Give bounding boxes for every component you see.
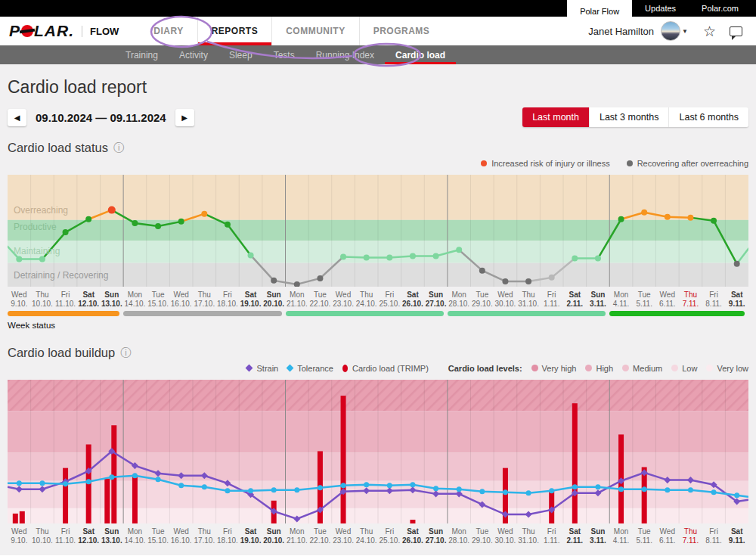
day-dow: Wed	[332, 527, 355, 536]
day-dow: Sun	[101, 527, 124, 536]
day-label: Sat9.11.	[725, 527, 748, 545]
buildup-legend-item: Tolerance	[287, 364, 333, 373]
legend-label: Medium	[633, 364, 662, 373]
subnav-item-tests[interactable]: Tests	[263, 45, 305, 64]
day-date: 26.10.	[401, 536, 425, 545]
day-date: 17.10.	[193, 536, 216, 545]
nav-item-programs[interactable]: PROGRAMS	[359, 17, 444, 45]
status-legend-item: Increased risk of injury or illness	[481, 159, 610, 168]
next-period-button[interactable]: ▶	[175, 109, 194, 126]
day-date: 30.10.	[494, 300, 517, 309]
day-label: Sat9.11.	[725, 290, 748, 308]
topbar-tab-polar-flow[interactable]: Polar Flow	[567, 0, 632, 23]
avatar[interactable]	[661, 21, 680, 41]
nav-item-diary[interactable]: DIARY	[140, 17, 197, 45]
subnav-item-running-index[interactable]: Running Index	[305, 45, 385, 64]
day-label: Thu10.10.	[31, 527, 54, 545]
subnav-item-cardio-load[interactable]: Cardio load	[385, 45, 456, 64]
subnav-item-training[interactable]: Training	[115, 45, 169, 64]
day-dow: Fri	[54, 290, 77, 300]
day-label: Mon14.10.	[123, 527, 147, 545]
day-dow: Fri	[378, 527, 401, 536]
day-date: 5.11.	[633, 300, 656, 309]
topbar-tabs: Polar FlowUpdatesPolar.com	[567, 0, 751, 17]
buildup-legend-item: Strain	[246, 364, 278, 373]
day-label: Mon4.11.	[609, 527, 633, 545]
day-date: 25.10.	[378, 300, 401, 309]
day-date: 9.10.	[8, 300, 31, 309]
day-dow: Fri	[702, 527, 726, 536]
legend-label: Very high	[542, 364, 577, 373]
day-dow: Mon	[123, 290, 147, 300]
day-label: Sat2.11.	[563, 290, 587, 308]
day-date: 21.10.	[286, 536, 309, 545]
buildup-x-axis: Wed9.10.Thu10.10.Fri11.10.Sat12.10.Sun13…	[8, 527, 748, 545]
day-date: 7.11.	[679, 536, 702, 545]
day-date: 11.10.	[54, 536, 77, 545]
day-label: Fri1.11.	[540, 527, 563, 545]
day-label: Tue29.10.	[471, 527, 494, 545]
day-label: Sun3.11.	[587, 527, 610, 545]
day-date: 28.10.	[448, 300, 471, 309]
favorites-star-icon[interactable]: ☆	[703, 23, 716, 40]
info-icon[interactable]: ⓘ	[113, 141, 124, 155]
day-label: Wed16.10.	[169, 290, 193, 308]
oval-marker-icon	[342, 365, 348, 372]
day-label: Fri18.10.	[216, 527, 240, 545]
status-legend: Increased risk of injury or illnessRecov…	[8, 157, 748, 169]
chevron-down-icon[interactable]: ▼	[682, 28, 688, 35]
day-date: 29.10.	[471, 300, 494, 309]
day-dow: Wed	[656, 527, 680, 536]
day-label: Sun27.10.	[424, 290, 448, 308]
info-icon[interactable]: ⓘ	[120, 346, 131, 360]
day-label: Mon21.10.	[286, 527, 309, 545]
polar-logo[interactable]: P LAR. FLOW	[9, 22, 119, 40]
day-dow: Thu	[193, 290, 216, 300]
messages-icon[interactable]	[730, 26, 742, 36]
topbar-tab-polar-com[interactable]: Polar.com	[689, 0, 751, 17]
legend-label: Strain	[256, 364, 278, 373]
day-date: 31.10.	[517, 536, 541, 545]
day-date: 16.10.	[169, 300, 193, 309]
day-dow: Thu	[517, 527, 541, 536]
day-label: Thu31.10.	[517, 290, 541, 308]
day-label: Thu10.10.	[31, 290, 54, 308]
day-dow: Wed	[656, 290, 680, 300]
week-status-segment	[8, 311, 119, 316]
day-dow: Sun	[587, 290, 610, 300]
day-dow: Sat	[563, 290, 587, 300]
day-dow: Mon	[123, 527, 147, 536]
day-date: 18.10.	[216, 536, 240, 545]
day-date: 26.10.	[401, 300, 425, 309]
day-dow: Sun	[424, 527, 448, 536]
range-button-last-month[interactable]: Last month	[522, 107, 590, 127]
day-dow: Tue	[471, 290, 494, 300]
level-dot-icon	[531, 365, 538, 371]
cardio-load-status-chart[interactable]: OverreachingProductiveMaintainingDetrain…	[8, 175, 748, 287]
day-date: 2.11.	[563, 536, 587, 545]
topbar-tab-updates[interactable]: Updates	[632, 0, 689, 17]
day-label: Sun27.10.	[424, 527, 448, 545]
cardio-load-buildup-chart[interactable]	[8, 380, 748, 523]
user-name[interactable]: Janet Hamilton	[588, 26, 654, 37]
nav-item-reports[interactable]: REPORTS	[197, 17, 272, 45]
subnav-item-sleep[interactable]: Sleep	[218, 45, 263, 64]
week-status-segment	[123, 311, 281, 316]
day-dow: Fri	[540, 527, 563, 536]
day-dow: Mon	[448, 527, 471, 536]
subnav-item-activity[interactable]: Activity	[169, 45, 218, 64]
page-title: Cardio load report	[8, 64, 748, 98]
range-button-last-6-months[interactable]: Last 6 months	[669, 107, 748, 127]
day-date: 23.10.	[332, 300, 355, 309]
nav-item-community[interactable]: COMMUNITY	[271, 17, 359, 45]
day-label: Mon28.10.	[448, 527, 471, 545]
prev-period-button[interactable]: ◀	[8, 109, 26, 126]
day-date: 2.11.	[563, 300, 587, 309]
day-date: 3.11.	[587, 300, 610, 309]
day-label: Thu17.10.	[193, 527, 216, 545]
day-label: Fri18.10.	[216, 290, 240, 308]
day-label: Mon4.11.	[609, 290, 633, 308]
range-button-last-3-months[interactable]: Last 3 months	[590, 107, 670, 127]
level-dot-icon	[706, 365, 713, 371]
range-button-group: Last monthLast 3 monthsLast 6 months	[522, 107, 748, 127]
